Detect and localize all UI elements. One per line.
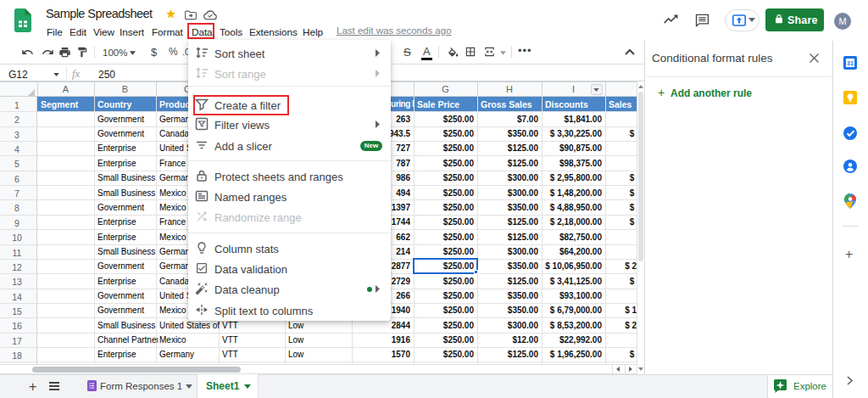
svg-text:31: 31 <box>847 60 854 66</box>
